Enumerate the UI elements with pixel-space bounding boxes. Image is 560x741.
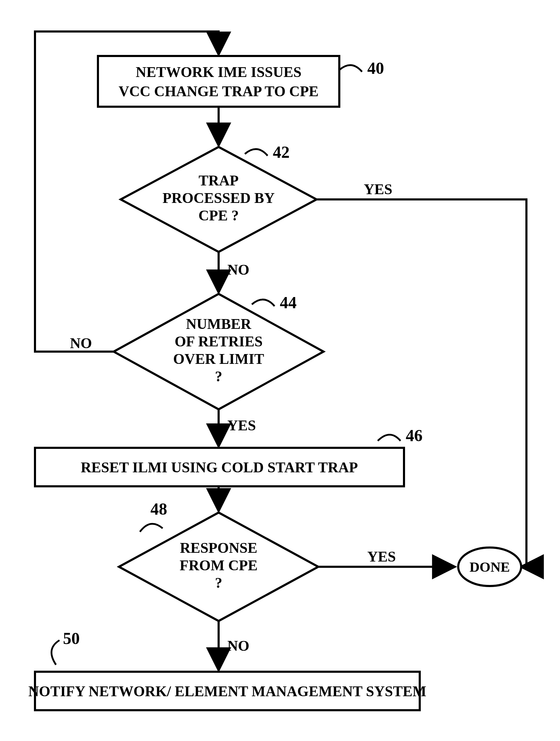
label-48-yes: YES	[367, 549, 396, 565]
edge-42-done	[317, 199, 526, 567]
flowchart-diagram: NETWORK IME ISSUES VCC CHANGE TRAP TO CP…	[0, 0, 560, 741]
decision-42-line1: TRAP	[199, 172, 239, 189]
ref-40: 40	[367, 59, 384, 77]
label-42-no: NO	[227, 262, 249, 278]
callout-44	[252, 299, 275, 306]
decision-44-line3: OVER LIMIT	[173, 351, 264, 367]
decision-42-line2: PROCESSED BY	[163, 190, 275, 206]
callout-48	[140, 524, 163, 532]
label-44-yes: YES	[227, 417, 256, 433]
ref-44: 44	[280, 293, 297, 312]
ref-50: 50	[63, 629, 80, 648]
done-text: DONE	[469, 559, 510, 575]
label-42-yes: YES	[364, 181, 392, 197]
process-40-line1: NETWORK IME ISSUES	[136, 64, 302, 80]
ref-42: 42	[273, 143, 290, 161]
ref-46: 46	[406, 426, 423, 445]
decision-42-line3: CPE ?	[198, 207, 239, 224]
process-50-line1: NOTIFY NETWORK/ ELEMENT MANAGEMENT SYSTE…	[28, 683, 426, 699]
decision-44-line4: ?	[215, 368, 222, 384]
ref-48: 48	[150, 500, 167, 518]
decision-48-line2: FROM CPE	[180, 557, 258, 573]
label-44-no: NO	[70, 335, 92, 351]
callout-42	[245, 149, 268, 156]
label-48-no: NO	[227, 638, 249, 654]
decision-44-line2: OF RETRIES	[175, 333, 263, 350]
callout-50	[51, 640, 59, 665]
decision-48-line3: ?	[215, 575, 222, 591]
decision-48-line1: RESPONSE	[180, 540, 257, 556]
callout-40	[339, 65, 362, 72]
process-46-line1: RESET ILMI USING COLD START TRAP	[81, 459, 358, 475]
decision-44-line1: NUMBER	[186, 316, 251, 332]
process-40-line2: VCC CHANGE TRAP TO CPE	[119, 83, 319, 99]
callout-46	[378, 435, 400, 441]
